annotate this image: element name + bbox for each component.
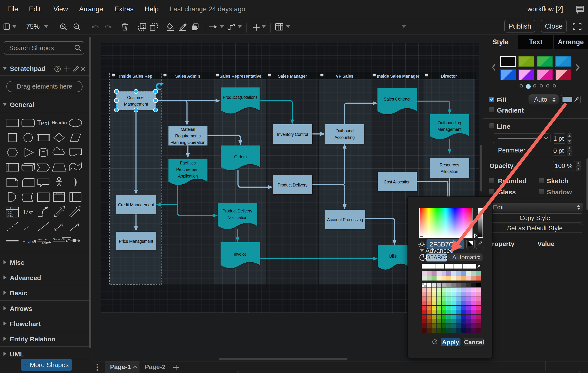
svg-text:Product Delivery: Product Delivery (222, 208, 252, 213)
svg-text:Sales Manager: Sales Manager (278, 74, 307, 78)
svg-text:Director: Director (441, 74, 457, 78)
svg-text:Outbound: Outbound (336, 129, 354, 133)
svg-text:Inside Sales Rep: Inside Sales Rep (119, 74, 152, 78)
svg-text:Outbounding: Outbounding (438, 121, 461, 125)
svg-text:Product Quotations: Product Quotations (223, 95, 258, 100)
svg-text:Facilities: Facilities (180, 161, 196, 165)
svg-text:Headin: Headin (51, 120, 67, 125)
svg-text:Allocation: Allocation (441, 169, 458, 174)
svg-text:Sales Representative: Sales Representative (220, 74, 262, 78)
svg-text:Account Processing: Account Processing (327, 217, 363, 222)
svg-text:Text: Text (37, 119, 50, 127)
svg-text:Orders: Orders (234, 154, 247, 159)
svg-text:Planning Operation: Planning Operation (170, 140, 205, 145)
svg-text:Management: Management (124, 102, 148, 106)
svg-text:Application: Application (178, 174, 198, 178)
svg-text:Credit Management: Credit Management (118, 202, 154, 207)
svg-text:Cost Allocation: Cost Allocation (384, 179, 410, 184)
svg-text:Item 3: Item 3 (7, 214, 13, 217)
svg-text:?: ? (56, 66, 59, 71)
svg-text:Procurement: Procurement (176, 167, 200, 172)
svg-text:Customer: Customer (127, 95, 145, 100)
svg-text:Sales Admin: Sales Admin (175, 74, 200, 78)
svg-text:Sales Contract: Sales Contract (384, 97, 410, 101)
svg-text:Source: Source (38, 238, 47, 241)
svg-text:Vertical: Vertical (56, 193, 62, 195)
svg-text:Inventory Control: Inventory Control (277, 132, 308, 137)
svg-text:Invoice: Invoice (234, 252, 247, 256)
svg-text:Accounting: Accounting (335, 135, 355, 140)
svg-text:Inside Sales Manager: Inside Sales Manager (377, 74, 420, 78)
svg-text:VP Sales: VP Sales (336, 74, 354, 78)
svg-text:Price Management: Price Management (119, 239, 153, 244)
svg-text:Source: Source (53, 238, 62, 241)
svg-text:List: List (23, 209, 33, 216)
svg-text:Label: Label (42, 241, 49, 244)
svg-text:Product Delivery: Product Delivery (278, 183, 307, 187)
svg-text:List: List (10, 207, 14, 210)
svg-text:Bills: Bills (389, 254, 397, 258)
svg-text:Requirements: Requirements (175, 133, 201, 138)
svg-text:Notification: Notification (227, 215, 247, 220)
svg-text:Resources: Resources (440, 163, 459, 167)
svg-text:Management: Management (437, 127, 462, 132)
svg-text:Material: Material (181, 127, 195, 132)
